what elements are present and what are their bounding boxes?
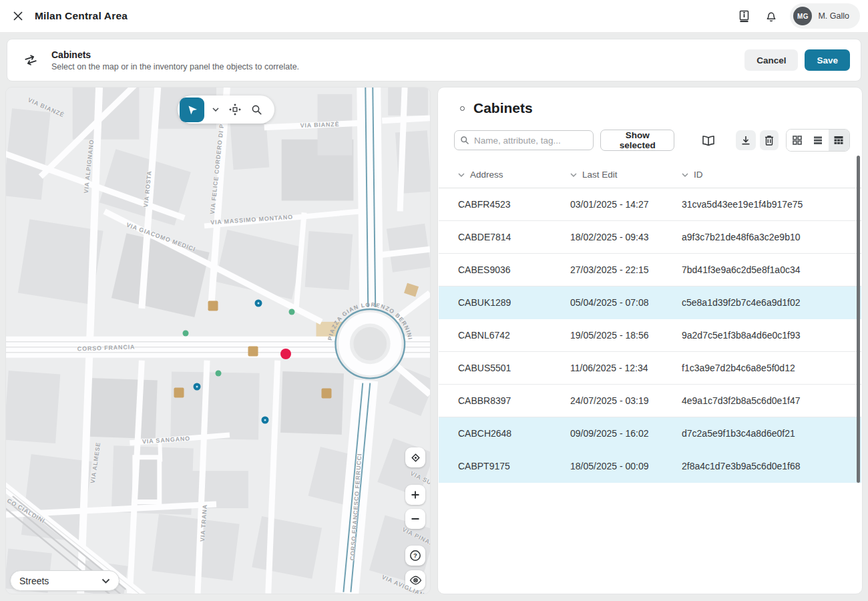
page-title: Milan Central Area [35,10,128,22]
action-bar-title: Cabinets [51,49,299,60]
top-bar: Milan Central Area MG M. Gallo [0,0,868,32]
notifications-button[interactable] [763,7,779,25]
cell-address: CABPT9175 [458,461,570,471]
cabinet-table: Address Last Edit ID CABFR4523 03/01/202… [439,162,861,483]
zoom-out-button[interactable] [405,509,425,529]
cancel-button[interactable]: Cancel [744,49,798,71]
cell-last-edit: 11/06/2025 - 12:34 [570,363,682,373]
manual-book-icon [738,10,750,23]
action-bar-subtitle: Select on the map or in the inventory pa… [51,62,299,71]
user-name: M. Gallo [818,11,849,21]
view-mode-switch [786,129,850,152]
table-row[interactable]: CABUS5501 11/06/2025 - 12:34 f1c3a9e7d2b… [439,352,861,385]
search-icon [251,104,262,116]
zoom-in-button[interactable] [405,485,425,505]
table-row[interactable]: CABFR4523 03/01/2025 - 14:27 31cva5d43ee… [439,188,861,221]
close-button[interactable] [11,9,25,23]
table-row[interactable]: CABDE7814 18/02/2025 - 09:43 a9f3c7b21de… [439,221,861,254]
poi-marker [183,331,189,337]
help-icon: ? [409,550,421,562]
user-menu[interactable]: MG M. Gallo [790,3,860,29]
table-row[interactable]: CABCH2648 09/09/2025 - 16:02 d7c2a5e9f1b… [439,417,861,450]
chevron-down-icon [458,173,465,177]
cell-address: CABFR4523 [458,199,570,210]
minus-icon [411,514,420,524]
poi-marker [289,309,295,315]
column-header-id[interactable]: ID [682,170,861,180]
chevron-down-icon [212,108,219,112]
cell-last-edit: 24/07/2025 - 03:19 [570,395,682,406]
panel-scrollbar[interactable] [857,156,860,483]
column-header-last-edit[interactable]: Last Edit [570,170,682,180]
avatar: MG [793,7,812,25]
cabinet-marker[interactable] [262,417,269,424]
cell-address: CABCH2648 [458,428,570,439]
cell-address: CABBR8397 [458,395,570,406]
map[interactable]: PIAZZA GIAN LORENZO BERNINI [5,87,431,594]
pointer-tool-button[interactable] [180,97,204,122]
cell-last-edit: 09/09/2025 - 16:02 [570,428,682,439]
column-header-address[interactable]: Address [458,170,570,180]
cell-address: CABDE7814 [458,232,570,242]
search-input[interactable] [454,130,594,150]
show-selected-button[interactable]: Show selected [600,130,674,151]
cell-id: d7c2a5e9f1b3c4a8d6e0f21 [682,428,861,439]
view-table-button[interactable] [829,130,849,151]
manual-button[interactable] [736,7,752,25]
basemap: PIAZZA GIAN LORENZO BERNINI [6,87,430,594]
trash-icon [764,134,775,146]
cell-address: CABUS5501 [458,363,570,373]
cell-last-edit: 18/05/2025 - 00:09 [570,461,682,471]
chevron-down-icon [101,578,110,584]
equipment-marker[interactable] [208,301,218,311]
pan-tool-button[interactable] [227,102,243,118]
table-row[interactable]: CABPT9175 18/05/2025 - 00:09 2f8a4c1d7e3… [439,450,861,483]
equipment-marker[interactable] [248,347,258,357]
grid-view-icon [792,135,803,146]
panel-title: Cabinets [473,100,533,116]
table-row[interactable]: CABNL6742 19/05/2025 - 18:56 9a2d7c5e1f3… [439,319,861,352]
close-icon [13,11,23,21]
correlate-arrows-icon [22,51,39,69]
map-toolbar [178,95,274,124]
cabinet-marker[interactable] [194,383,201,391]
poi-marker [216,371,222,377]
catalog-button[interactable] [700,134,716,148]
cabinet-type-icon [460,106,465,111]
delete-button[interactable] [760,130,779,150]
list-view-icon [813,135,823,146]
pointer-icon [186,104,198,116]
cell-last-edit: 03/01/2025 - 14:27 [570,199,682,210]
svg-text:?: ? [413,552,417,559]
table-row[interactable]: CABUK1289 05/04/2025 - 07:08 c5e8a1d39f2… [439,286,861,319]
download-button[interactable] [736,130,756,150]
view-list-button[interactable] [808,130,829,151]
inventory-panel: Cabinets Show selected [437,87,863,594]
cabinet-marker[interactable] [255,300,262,307]
cell-last-edit: 19/05/2025 - 18:56 [570,330,682,341]
panel-toolbar: Show selected [454,130,850,151]
equipment-marker[interactable] [174,388,184,398]
save-button[interactable]: Save [805,49,850,71]
download-icon [740,134,752,146]
help-button[interactable]: ? [405,546,425,566]
table-view-icon [833,135,844,146]
selected-point-marker[interactable] [280,349,291,359]
cell-id: f1c3a9e7d2b4c6a8e5f0d12 [682,363,861,373]
cell-id: c5e8a1d39f2b7c4e6a9d1f02 [682,297,861,308]
basemap-selector[interactable]: Streets [10,570,120,591]
open-book-icon [702,135,715,146]
cell-id: 4e9a1c7d3f2b8a5c6d0e1f47 [682,395,861,406]
view-grid-button[interactable] [787,130,807,151]
cell-id: 7bd41f3e9a6c2d5e8f1a0c34 [682,264,861,275]
table-row[interactable]: CABBR8397 24/07/2025 - 03:19 4e9a1c7d3f2… [439,385,861,417]
visibility-button[interactable] [405,570,425,590]
pointer-tool-expand[interactable] [210,106,221,114]
locate-button[interactable] [405,447,425,467]
map-search-button[interactable] [249,102,264,118]
eye-icon [409,576,422,585]
table-row[interactable]: CABES9036 27/03/2025 - 22:15 7bd41f3e9a6… [439,254,861,286]
cell-address: CABNL6742 [458,330,570,341]
cell-id: 9a2d7c5e1f3b8a4d6e0c1f93 [682,330,861,341]
equipment-marker[interactable] [322,389,332,399]
